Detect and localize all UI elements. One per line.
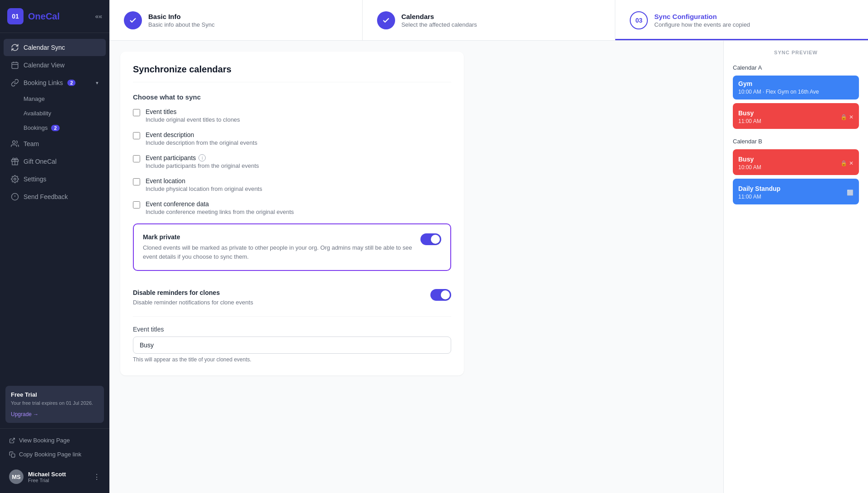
step-basic-info: Basic Info Basic info about the Sync xyxy=(109,0,363,40)
disable-reminders-desc: Disable reminder notifications for clone… xyxy=(133,298,253,307)
checkbox-event-location-content: Event location Include physical location… xyxy=(146,177,262,192)
feedback-icon xyxy=(11,193,19,201)
disable-reminders-toggle[interactable] xyxy=(430,289,451,301)
sidebar-item-label: Calendar View xyxy=(24,62,65,69)
checkbox-desc: Include participants from the original e… xyxy=(146,162,259,169)
sidebar-item-label: Calendar Sync xyxy=(24,44,65,51)
sidebar-item-manage[interactable]: Manage xyxy=(4,92,106,106)
event-icons-b: 🔒 ✕ xyxy=(840,160,854,166)
users-icon xyxy=(11,140,19,148)
step-info-1: Basic Info Basic info about the Sync xyxy=(148,13,215,28)
mark-private-toggle[interactable] xyxy=(420,233,441,245)
step-title-1: Basic Info xyxy=(148,13,215,20)
event-titles-section: Event titles This will appear as the tit… xyxy=(133,317,451,363)
user-menu-icon[interactable]: ⋮ xyxy=(93,473,100,481)
mark-private-desc: Cloned events will be marked as private … xyxy=(143,243,413,261)
close-icon-b: ✕ xyxy=(849,160,854,166)
sidebar-item-bookings[interactable]: Bookings 2 xyxy=(4,121,106,135)
checkbox-event-conference-input[interactable] xyxy=(133,201,140,209)
preview-event-busy-a: Busy 11:00 AM 🔒 ✕ xyxy=(733,103,859,129)
checkbox-event-titles-input[interactable] xyxy=(133,109,140,116)
content-area: Synchronize calendars Choose what to syn… xyxy=(109,41,868,493)
external-link-icon xyxy=(9,437,15,444)
lock-icon: 🔒 xyxy=(840,114,847,120)
booking-links-badge: 2 xyxy=(67,80,75,86)
collapse-icon[interactable]: «« xyxy=(95,13,102,20)
checkbox-desc: Include physical location from original … xyxy=(146,185,262,192)
settings-icon xyxy=(11,175,19,183)
form-title: Synchronize calendars xyxy=(133,64,451,82)
sidebar-item-settings[interactable]: Settings xyxy=(4,171,106,188)
event-title: Gym xyxy=(738,80,854,87)
checkbox-event-participants-content: Event participants i Include participant… xyxy=(146,154,259,169)
checkbox-desc: Include description from the original ev… xyxy=(146,139,257,146)
event-titles-hint: This will appear as the title of your cl… xyxy=(133,356,451,363)
checkbox-desc: Include conference meeting links from th… xyxy=(146,209,294,215)
mark-private-title: Mark private xyxy=(143,233,413,241)
sidebar-footer: View Booking Page Copy Booking Page link… xyxy=(0,428,109,493)
checkbox-event-titles: Event titles Include original event titl… xyxy=(133,108,451,123)
copy-icon xyxy=(9,451,15,458)
check-icon-2 xyxy=(382,16,390,24)
checkbox-event-participants-input[interactable] xyxy=(133,155,140,162)
event-titles-input[interactable] xyxy=(133,337,451,354)
step-info-2: Calendars Select the affected calendars xyxy=(401,13,477,28)
free-trial-desc: Your free trial expires on 01 Jul 2026. xyxy=(11,400,99,407)
checkbox-event-location-input[interactable] xyxy=(133,178,140,185)
logo-area: 01 OneCal «« xyxy=(0,0,109,33)
sidebar-item-calendar-view[interactable]: Calendar View xyxy=(4,57,106,74)
preview-event-standup: Daily Standup 11:00 AM ⬜ xyxy=(733,179,859,204)
checkbox-label: Event participants xyxy=(146,154,196,161)
step-circle-3: 03 xyxy=(630,11,648,29)
link-icon xyxy=(11,79,19,87)
view-booking-page-link[interactable]: View Booking Page xyxy=(5,434,104,446)
event-card-footer: Busy 11:00 AM 🔒 ✕ xyxy=(738,109,854,124)
sidebar-item-gift[interactable]: Gift OneCal xyxy=(4,153,106,170)
gift-icon xyxy=(11,157,19,166)
checkbox-desc: Include original event titles to clones xyxy=(146,116,240,123)
step-circle-1 xyxy=(124,11,142,29)
step-circle-2 xyxy=(377,11,395,29)
step-sync-config: 03 Sync Configuration Configure how the … xyxy=(615,0,868,40)
sidebar-item-feedback[interactable]: Send Feedback xyxy=(4,188,106,205)
calendar-b-name: Calendar B xyxy=(733,138,859,145)
info-icon[interactable]: i xyxy=(198,154,206,161)
free-trial-title: Free Trial xyxy=(11,391,99,398)
disable-reminders-title: Disable reminders for clones xyxy=(133,289,253,296)
step-number-3: 03 xyxy=(636,17,643,24)
event-time: 11:00 AM xyxy=(738,194,780,200)
sidebar-item-availability[interactable]: Availability xyxy=(4,106,106,120)
step-subtitle-2: Select the affected calendars xyxy=(401,21,477,28)
event-titles-field-label: Event titles xyxy=(133,326,451,333)
lock-icon-b: 🔒 xyxy=(840,160,847,166)
active-step-bar xyxy=(615,39,868,40)
event-title: Busy xyxy=(738,156,761,163)
step-subtitle-3: Configure how the events are copied xyxy=(654,21,750,28)
checkbox-event-description-input[interactable] xyxy=(133,132,140,139)
preview-event-gym: Gym 10:00 AM · Flex Gym on 16th Ave xyxy=(733,76,859,100)
upgrade-button[interactable]: Upgrade → xyxy=(11,411,38,417)
calendar-a-section: Calendar A Gym 10:00 AM · Flex Gym on 16… xyxy=(733,64,859,129)
step-title-3: Sync Configuration xyxy=(654,13,750,20)
checkbox-event-location: Event location Include physical location… xyxy=(133,177,451,192)
mark-private-section: Mark private Cloned events will be marke… xyxy=(133,223,451,271)
free-trial-box: Free Trial Your free trial expires on 01… xyxy=(5,386,104,423)
user-plan: Free Trial xyxy=(28,478,89,483)
check-icon xyxy=(129,16,137,24)
sidebar-item-calendar-sync[interactable]: Calendar Sync xyxy=(4,39,106,56)
logo-box: 01 xyxy=(7,8,24,24)
calendar-a-name: Calendar A xyxy=(733,64,859,71)
checkbox-label: Event location xyxy=(146,177,185,185)
checkbox-event-description: Event description Include description fr… xyxy=(133,131,451,146)
event-time: 10:00 AM · Flex Gym on 16th Ave xyxy=(738,89,854,95)
sidebar-item-label: Team xyxy=(24,140,39,147)
main-content: Basic Info Basic info about the Sync Cal… xyxy=(109,0,868,493)
user-name: Michael Scott xyxy=(28,471,89,478)
mark-private-row: Mark private Cloned events will be marke… xyxy=(143,233,441,261)
logo-number: 01 xyxy=(12,13,19,20)
event-title: Busy xyxy=(738,109,761,117)
sidebar-item-booking-links[interactable]: Booking Links 2 ▾ xyxy=(4,74,106,91)
copy-booking-link[interactable]: Copy Booking Page link xyxy=(5,448,104,460)
sidebar-item-team[interactable]: Team xyxy=(4,135,106,152)
sidebar-item-label: Gift OneCal xyxy=(24,158,57,165)
